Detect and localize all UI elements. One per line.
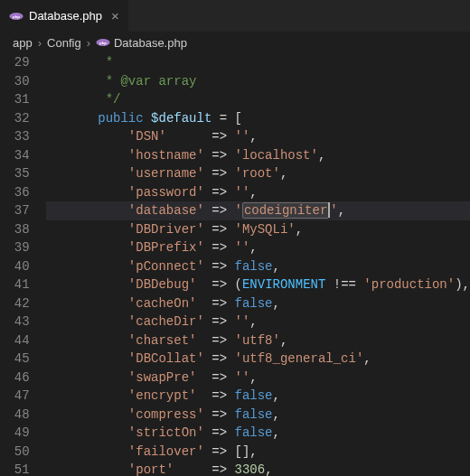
line-number: 47: [0, 387, 30, 406]
line-number: 51: [0, 461, 30, 476]
code-line[interactable]: * @var array: [46, 72, 470, 91]
line-number: 48: [0, 406, 30, 425]
line-number: 29: [0, 53, 30, 72]
line-number: 30: [0, 72, 30, 91]
code-line[interactable]: 'DBCollat' => 'utf8_general_ci',: [46, 350, 470, 369]
code-line[interactable]: 'DBDriver' => 'MySQLi',: [46, 220, 470, 239]
line-number: 45: [0, 350, 30, 369]
chevron-right-icon: ›: [36, 36, 43, 50]
line-number: 32: [0, 109, 30, 128]
code-line[interactable]: 'strictOn' => false,: [46, 424, 470, 443]
line-number: 50: [0, 443, 30, 462]
line-number: 37: [0, 201, 30, 220]
code-line[interactable]: 'cacheOn' => false,: [46, 294, 470, 313]
code-line[interactable]: 'port' => 3306,: [46, 461, 470, 476]
breadcrumb-item[interactable]: Config: [47, 36, 81, 50]
code-area[interactable]: * * @var array */ public $default = [ 'D…: [46, 53, 470, 476]
line-number: 40: [0, 257, 30, 276]
line-number-gutter: 2930313233343536373839404142434445464748…: [0, 53, 46, 476]
php-icon: php: [9, 9, 24, 23]
breadcrumb-item[interactable]: Database.php: [114, 36, 187, 50]
code-line[interactable]: 'pConnect' => false,: [46, 257, 470, 276]
line-number: 41: [0, 275, 30, 294]
breadcrumb[interactable]: app › Config › php Database.php: [0, 32, 470, 53]
line-number: 34: [0, 146, 30, 165]
line-number: 31: [0, 90, 30, 109]
code-line[interactable]: 'swapPre' => '',: [46, 369, 470, 387]
line-number: 42: [0, 294, 30, 313]
php-icon: php: [96, 35, 110, 50]
line-number: 43: [0, 313, 30, 331]
code-line[interactable]: 'username' => 'root',: [46, 164, 470, 183]
code-line[interactable]: 'encrypt' => false,: [46, 387, 470, 406]
code-line[interactable]: 'failover' => [],: [46, 443, 470, 462]
code-line[interactable]: 'database' => 'codeigniter',: [46, 201, 470, 220]
code-line[interactable]: */: [46, 90, 470, 109]
line-number: 33: [0, 127, 30, 146]
code-line[interactable]: 'DBPrefix' => '',: [46, 238, 470, 257]
code-line[interactable]: 'hostname' => 'localhost',: [46, 146, 470, 165]
chevron-right-icon: ›: [85, 36, 92, 50]
tab-label: Database.php: [29, 9, 102, 23]
line-number: 39: [0, 238, 30, 257]
tab-database-php[interactable]: php Database.php ×: [0, 0, 129, 32]
close-icon[interactable]: ×: [111, 8, 119, 23]
code-line[interactable]: 'cacheDir' => '',: [46, 313, 470, 331]
text-cursor: [328, 202, 330, 218]
code-line[interactable]: public $default = [: [46, 109, 470, 128]
editor[interactable]: 2930313233343536373839404142434445464748…: [0, 53, 470, 476]
line-number: 38: [0, 220, 30, 239]
code-line[interactable]: 'DBDebug' => (ENVIRONMENT !== 'productio…: [46, 275, 470, 294]
code-line[interactable]: 'password' => '',: [46, 183, 470, 202]
line-number: 36: [0, 183, 30, 202]
svg-text:php: php: [99, 41, 107, 45]
line-number: 46: [0, 369, 30, 387]
line-number: 44: [0, 331, 30, 350]
code-line[interactable]: 'compress' => false,: [46, 406, 470, 425]
selection: codeigniter: [242, 202, 329, 219]
code-line[interactable]: 'DSN' => '',: [46, 127, 470, 146]
code-line[interactable]: 'charset' => 'utf8',: [46, 331, 470, 350]
line-number: 49: [0, 424, 30, 443]
tab-bar: php Database.php ×: [0, 0, 470, 32]
breadcrumb-item[interactable]: app: [13, 36, 33, 50]
line-number: 35: [0, 164, 30, 183]
code-line[interactable]: *: [46, 53, 470, 72]
svg-text:php: php: [13, 14, 20, 18]
